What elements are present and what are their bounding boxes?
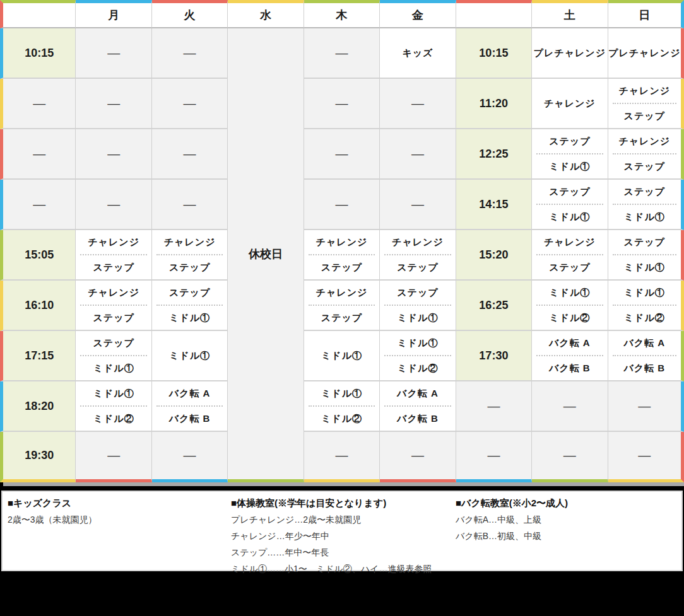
cell-mon-r7: ステップミドル① xyxy=(76,331,151,381)
table-drop-shadow xyxy=(3,482,684,486)
cell-tue-r2: — xyxy=(152,79,228,129)
cell-sat-r7: バク転 Aバク転 B xyxy=(532,331,608,381)
cell-tue-r7: ミドル① xyxy=(152,331,228,381)
legend-line: ステップ……年中〜年長 xyxy=(231,544,432,561)
cell-sun-r8: — xyxy=(608,381,684,432)
class-label: ステップ xyxy=(152,255,227,279)
header-sat: 土 xyxy=(532,0,608,28)
legend-box: ■キッズクラス 2歳〜3歳（未就園児） ■体操教室(※学年は目安となります) プ… xyxy=(1,491,683,571)
cell-thu-r8: ミドル①ミドル② xyxy=(304,381,380,432)
cell-sat-r5: チャレンジステップ xyxy=(532,230,608,281)
legend-section-title: ■キッズクラス xyxy=(8,495,97,511)
class-label: ミドル② xyxy=(380,356,455,380)
cell-mon-r2: — xyxy=(76,79,151,129)
legend-line: バク転B…初級、中級 xyxy=(456,528,568,544)
cell-sun-r6: ミドル①ミドル② xyxy=(608,281,684,331)
cell-time-left-r5: 15:05 xyxy=(0,230,76,281)
cell-thu-r7: ミドル① xyxy=(304,331,380,381)
class-label: ミドル① xyxy=(76,381,151,405)
legend-section-title: ■バク転教室(※小2〜成人) xyxy=(456,495,568,511)
class-label: ミドル① xyxy=(76,356,151,380)
cell-time-left-r6: 16:10 xyxy=(0,281,76,331)
class-label: ステップ xyxy=(608,104,681,128)
cell-sat-r8: — xyxy=(532,381,608,432)
class-label: ミドル② xyxy=(76,407,151,431)
class-label: ミドル① xyxy=(532,205,607,229)
class-label: チャレンジ xyxy=(76,230,151,254)
class-label: チャレンジ xyxy=(152,230,227,254)
class-label: ステップ xyxy=(76,306,151,330)
class-label: バク転 B xyxy=(608,356,681,380)
class-timetable: 月火水木金土日休校日10:15———キッズ10:15プレチャレンジプレチャレンジ… xyxy=(0,0,684,482)
class-label: ミドル① xyxy=(304,331,379,380)
class-label: チャレンジ xyxy=(76,281,151,305)
cell-time-right-r5: 15:20 xyxy=(456,230,532,281)
class-label: チャレンジ xyxy=(532,230,607,254)
class-label: チャレンジ xyxy=(380,230,455,254)
class-label: チャレンジ xyxy=(608,79,681,103)
cell-fri-r4: — xyxy=(380,180,456,230)
header-time_left xyxy=(0,0,76,28)
cell-sat-r2: チャレンジ xyxy=(532,79,608,129)
cell-fri-r2: — xyxy=(380,79,456,129)
class-label: キッズ xyxy=(380,28,455,78)
legend-line: プレチャレンジ…2歳〜未就園児 xyxy=(231,511,432,528)
cell-sun-r4: ステップミドル① xyxy=(608,180,684,230)
class-label: バク転 A xyxy=(532,331,607,355)
class-label: ミドル② xyxy=(304,407,379,431)
cell-time-right-r1: 10:15 xyxy=(456,28,532,79)
class-label: チャレンジ xyxy=(532,79,607,128)
cell-sat-r4: ステップミドル① xyxy=(532,180,608,230)
class-label: ミドル① xyxy=(380,306,455,330)
class-label: ステップ xyxy=(532,129,607,153)
cell-sun-r2: チャレンジステップ xyxy=(608,79,684,129)
class-label: ミドル② xyxy=(532,306,607,330)
cell-time-left-r3: — xyxy=(0,129,76,180)
class-label: バク転 A xyxy=(380,381,455,405)
cell-thu-r1: — xyxy=(304,28,380,79)
cell-time-left-r9: 19:30 xyxy=(0,432,76,482)
cell-sat-r9: — xyxy=(532,432,608,482)
legend-lines: プレチャレンジ…2歳〜未就園児チャレンジ…年少〜年中ステップ……年中〜年長ミドル… xyxy=(231,511,432,577)
cell-thu-r6: チャレンジステップ xyxy=(304,281,380,331)
class-label: バク転 B xyxy=(532,356,607,380)
cell-mon-r1: — xyxy=(76,28,151,79)
cell-time-left-r2: — xyxy=(0,79,76,129)
cell-time-left-r4: — xyxy=(0,180,76,230)
legend-lines: 2歳〜3歳（未就園児） xyxy=(8,511,97,528)
class-label: ミドル① xyxy=(304,381,379,405)
cell-mon-r5: チャレンジステップ xyxy=(76,230,151,281)
class-label: バク転 B xyxy=(152,407,227,431)
cell-time-left-r7: 17:15 xyxy=(0,331,76,381)
class-label: ミドル① xyxy=(608,205,681,229)
class-label: ミドル① xyxy=(608,255,681,279)
legend-line: チャレンジ…年少〜年中 xyxy=(231,528,432,544)
cell-thu-r4: — xyxy=(304,180,380,230)
class-label: ステップ xyxy=(608,180,681,204)
header-time_right xyxy=(456,0,532,28)
class-label: ステップ xyxy=(304,255,379,279)
class-label: ミドル① xyxy=(532,154,607,178)
cell-tue-r4: — xyxy=(152,180,228,230)
cell-thu-r9: — xyxy=(304,432,380,482)
cell-mon-r6: チャレンジステップ xyxy=(76,281,151,331)
cell-thu-r2: — xyxy=(304,79,380,129)
cell-tue-r3: — xyxy=(152,129,228,180)
cell-sun-r3: チャレンジステップ xyxy=(608,129,684,180)
class-label: バク転 B xyxy=(380,407,455,431)
cell-time-left-r8: 18:20 xyxy=(0,381,76,432)
cell-time-right-r8: — xyxy=(456,381,532,432)
cell-mon-r3: — xyxy=(76,129,151,180)
class-label: ミドル① xyxy=(532,281,607,305)
cell-thu-r3: — xyxy=(304,129,380,180)
header-wed: 水 xyxy=(228,0,304,28)
cell-wed-closed: 休校日 xyxy=(228,28,304,482)
legend-section-backflip: ■バク転教室(※小2〜成人) バク転A…中級、上級バク転B…初級、中級 xyxy=(456,495,568,544)
cell-time-right-r2: 11:20 xyxy=(456,79,532,129)
class-label: ミドル② xyxy=(608,306,681,330)
cell-fri-r8: バク転 Aバク転 B xyxy=(380,381,456,432)
class-label: ミドル① xyxy=(152,306,227,330)
legend-line: 2歳〜3歳（未就園児） xyxy=(8,511,97,528)
cell-sun-r1: プレチャレンジ xyxy=(608,28,684,79)
cell-thu-r5: チャレンジステップ xyxy=(304,230,380,281)
